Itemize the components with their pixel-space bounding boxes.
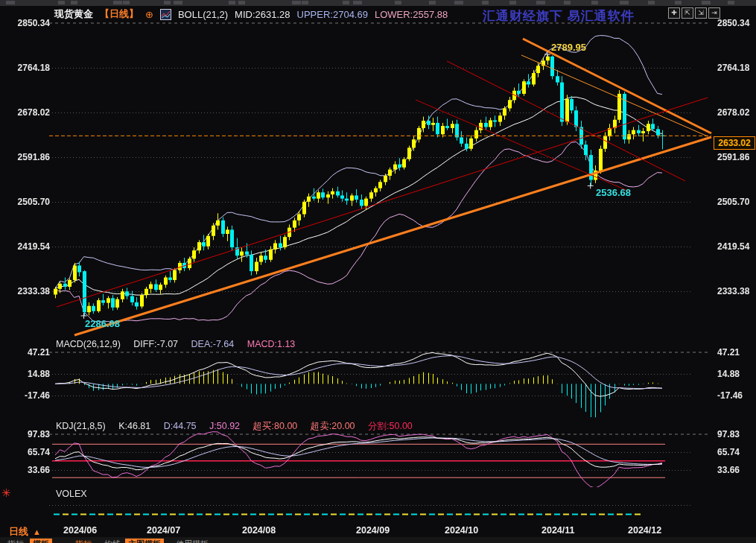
chart-view-button[interactable]: ⇲ [695,7,707,19]
x-axis-month-label: 2024/06 [63,525,97,536]
x-axis-month-label: 2024/11 [541,525,575,536]
chart-view-button[interactable]: ⇱ [682,7,693,19]
volex-panel-title[interactable]: VOLEX [56,489,87,499]
price-axis-label-left: 2764.18 [4,63,50,73]
macd-axis-label-left: 14.88 [4,369,50,379]
macd-hist-value: MACD:1.13 [247,339,296,349]
x-axis-month-label: 2024/07 [147,525,180,536]
period-label: 日线 [9,526,28,537]
chart-view-button[interactable]: ⇥ [708,7,720,19]
bottom-tab-active[interactable]: 主图模板 [125,539,164,543]
bottom-tab-strip: 指标模板指标均线主图模板使用模板 [0,537,756,543]
price-extreme-annotation: 2536.68 [596,187,631,198]
charting-app-window: 现货黄金 【日线】 ⊕ BOLL(21,2) MID:2631.28 UPPER… [0,0,756,543]
bottom-tab-active[interactable]: 模板 [30,539,52,543]
x-axis-month-label: 2024/10 [445,525,478,536]
kdj-d-value: D:44.75 [164,421,197,431]
kdj-axis-label-left: 97.83 [4,429,50,439]
kdj-oversold-value: 超卖:20.00 [311,421,355,431]
mini-chart-icon[interactable] [160,9,171,20]
price-extreme-annotation: 2286.08 [85,318,120,329]
bottom-tab-item[interactable]: 指标 [4,539,27,543]
kdj-axis-label-left: 33.66 [4,465,50,475]
symbol-name[interactable]: 现货黄金 [54,7,93,21]
current-price-tag: 2633.02 [714,136,755,150]
price-axis-label-right: 2419.54 [717,241,749,252]
period-tag[interactable]: 【日线】 [100,7,139,21]
chart-header: 现货黄金 【日线】 ⊕ BOLL(21,2) MID:2631.28 UPPER… [54,7,448,21]
macd-diff-value: DIFF:-7.07 [133,339,178,349]
kdj-j-value: J:50.92 [209,421,240,431]
price-extreme-annotation: 2789.95 [551,42,586,53]
macd-panel-header[interactable]: MACD(26,12,9) DIFF:-7.07 DEA:-7.64 MACD:… [56,339,305,349]
boll-lower-value: LOWER:2557.88 [375,9,448,20]
price-axis-label-right: 2333.38 [717,286,749,296]
boll-upper-value: UPPER:2704.69 [297,9,368,20]
price-axis-label-left: 2678.02 [4,107,50,118]
kdj-k-value: K:46.81 [118,421,150,431]
macd-axis-label-left: -17.46 [4,390,50,401]
x-axis-month-label: 2024/08 [242,525,276,536]
kdj-split-value: 分割:50.00 [368,421,413,431]
session-sun-icon[interactable]: ✳ [1,486,11,500]
kdj-axis-label-right: 65.74 [717,447,740,457]
kdj-title: KDJ(21,8,5) [56,421,106,431]
price-chart-canvas[interactable] [0,0,756,543]
price-axis-label-right: 2678.02 [717,107,749,118]
x-axis-month-label: 2024/09 [356,525,390,536]
kdj-axis-label-left: 65.74 [4,447,50,457]
kdj-panel-header[interactable]: KDJ(21,8,5) K:46.81 D:44.75 J:50.92 超买:8… [56,420,423,433]
macd-dea-value: DEA:-7.64 [191,339,235,349]
price-axis-label-right: 2505.70 [717,197,749,207]
watermark: 汇通财经旗下 易汇通软件 [483,7,635,25]
price-axis-label-left: 2419.54 [4,241,50,252]
period-arrow-icon: ▲ [33,527,41,536]
price-axis-label-left: 2850.34 [4,18,50,28]
x-axis-month-label: 2024/12 [628,525,661,536]
price-axis-label-right: 2850.34 [717,18,749,28]
kdj-overbought-value: 超买:80.00 [253,421,298,431]
chart-view-button[interactable]: ✚ [668,7,680,19]
macd-axis-label-left: 47.21 [4,347,50,358]
kdj-axis-label-right: 97.83 [717,429,740,439]
price-axis-label-right: 2764.18 [717,63,749,73]
price-axis-label-left: 2591.86 [4,152,50,162]
link-target-icon[interactable]: ⊕ [145,9,153,20]
bottom-tab-item[interactable]: 使用模板 [173,539,212,543]
bottom-tab-item[interactable]: 均线 [101,539,124,543]
macd-axis-label-right: -17.46 [717,390,743,401]
price-axis-label-left: 2333.38 [4,286,50,296]
boll-mid-value: MID:2631.28 [235,9,290,20]
price-axis-label-right: 2591.86 [717,152,749,162]
bottom-tab-item[interactable]: 指标 [72,539,95,543]
kdj-axis-label-right: 33.66 [717,465,740,475]
chart-view-buttons: ✚⇱⇲⇥ [668,7,720,19]
boll-indicator-label[interactable]: BOLL(21,2) [178,9,228,20]
macd-axis-label-right: 14.88 [717,369,740,379]
price-axis-label-left: 2505.70 [4,197,50,207]
macd-title: MACD(26,12,9) [56,339,121,349]
macd-axis-label-right: 47.21 [717,347,740,358]
